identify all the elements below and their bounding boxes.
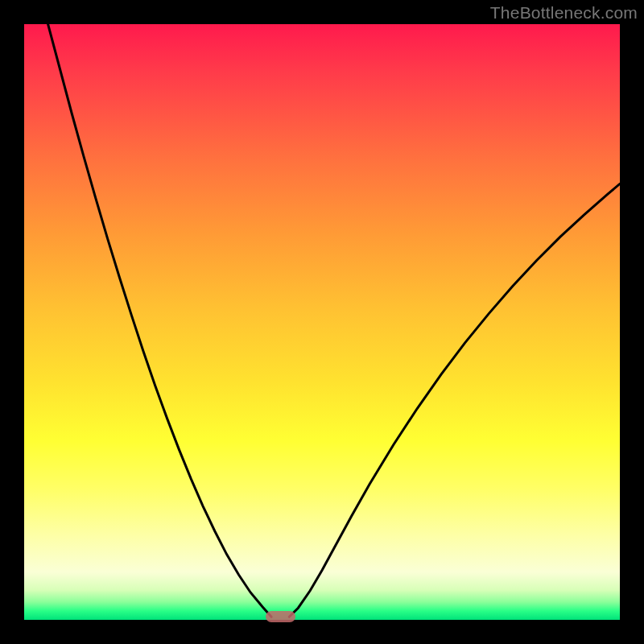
left-curve [48, 24, 272, 617]
watermark-text: TheBottleneck.com [490, 3, 638, 23]
curve-layer [24, 24, 620, 620]
frame: TheBottleneck.com [0, 0, 644, 644]
plot-area [24, 24, 620, 620]
right-curve [289, 184, 620, 617]
bottleneck-marker [266, 611, 295, 622]
